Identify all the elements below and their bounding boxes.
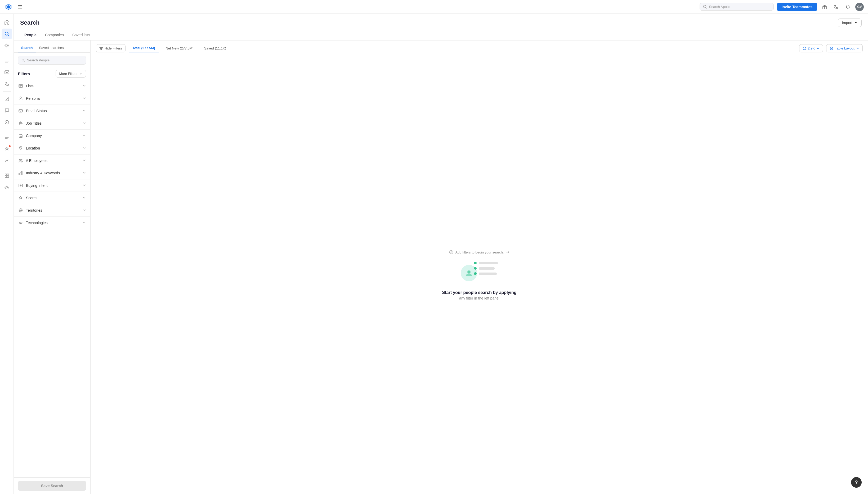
leftnav-item-emails[interactable]	[2, 67, 12, 77]
filter-panel-footer: Save Search	[14, 477, 90, 494]
help-button[interactable]: ?	[851, 477, 862, 488]
filter-item-technologies[interactable]: Technologies	[14, 216, 90, 229]
chevron-down-icon	[82, 221, 86, 225]
search-area: Search Saved searches Filters More F	[14, 40, 868, 494]
filter-label-buying-intent: Buying Intent	[26, 183, 48, 188]
intent-icon	[18, 183, 23, 188]
industry-icon	[18, 170, 23, 176]
filter-tab-search[interactable]: Search	[18, 44, 36, 52]
filter-label-territories: Territories	[26, 208, 42, 212]
svg-rect-12	[5, 176, 7, 177]
filter-label-employees: # Employees	[26, 158, 48, 163]
result-lines	[474, 262, 498, 275]
leftnav-divider-4	[3, 168, 11, 168]
results-toolbar: Hide Filters Total (277.5M) Net New (277…	[91, 40, 868, 56]
leftnav-item-sequences[interactable]	[2, 55, 12, 66]
leftnav-item-settings[interactable]	[2, 182, 12, 193]
page-tab-companies[interactable]: Companies	[41, 30, 68, 40]
leftnav-item-lists[interactable]	[2, 132, 12, 142]
scores-icon	[18, 195, 23, 201]
leftnav-item-calls[interactable]	[2, 79, 12, 89]
svg-rect-19	[19, 84, 22, 88]
enrichment-dot	[9, 145, 11, 147]
filter-item-industry-keywords[interactable]: Industry & Keywords	[14, 167, 90, 179]
app-logo[interactable]	[4, 3, 13, 11]
filter-label-industry-keywords: Industry & Keywords	[26, 171, 60, 175]
avatar[interactable]: GV	[855, 3, 864, 11]
result-tab-total[interactable]: Total (277.5M)	[129, 44, 159, 52]
svg-point-14	[6, 187, 8, 188]
result-tab-net-new[interactable]: Net New (277.5M)	[162, 44, 197, 52]
bell-icon[interactable]	[844, 3, 852, 11]
filter-item-email-status[interactable]: Email Status	[14, 104, 90, 117]
svg-rect-17	[80, 74, 82, 74]
filter-item-territories[interactable]: Territories	[14, 204, 90, 216]
svg-point-9	[5, 120, 9, 124]
filter-label-persona: Persona	[26, 96, 40, 100]
page-tab-people[interactable]: People	[20, 30, 41, 40]
company-icon	[18, 133, 23, 138]
page-tab-saved-lists[interactable]: Saved lists	[68, 30, 94, 40]
import-button[interactable]: Import	[838, 19, 862, 27]
credits-button[interactable]: 2.9K	[799, 44, 823, 52]
filter-tab-saved-searches[interactable]: Saved searches	[36, 44, 67, 52]
search-apollo-placeholder: Search Apollo	[709, 5, 730, 9]
filter-label-location: Location	[26, 146, 40, 150]
chevron-down-icon	[82, 96, 86, 101]
territories-icon	[18, 208, 23, 213]
filter-item-employees[interactable]: # Employees	[14, 154, 90, 167]
leftnav-item-account-lists[interactable]	[2, 170, 12, 181]
svg-point-20	[20, 97, 21, 98]
filter-item-scores[interactable]: Scores	[14, 192, 90, 204]
leftnav-item-home[interactable]	[2, 17, 12, 27]
leftnav-item-search[interactable]	[2, 28, 12, 39]
invite-teammates-button[interactable]: Invite Teammates	[777, 3, 817, 11]
svg-point-6	[6, 45, 8, 46]
tech-icon	[18, 220, 23, 225]
svg-rect-0	[18, 5, 22, 6]
leftnav-divider-2	[3, 91, 11, 92]
filter-item-buying-intent[interactable]: Buying Intent	[14, 179, 90, 192]
sidebar-toggle-button[interactable]	[16, 3, 24, 11]
location-icon	[18, 146, 23, 151]
empty-state-title: Start your people search by applying	[442, 290, 517, 295]
leftnav-item-deals[interactable]	[2, 117, 12, 128]
table-layout-button[interactable]: Table Layout	[826, 44, 863, 52]
leftnav-item-enrichment[interactable]	[2, 144, 12, 154]
leftnav-divider	[3, 53, 11, 53]
filter-item-persona[interactable]: Persona	[14, 92, 90, 104]
filter-item-company[interactable]: Company	[14, 129, 90, 142]
leftnav-item-analytics[interactable]	[2, 155, 12, 166]
svg-rect-13	[7, 176, 9, 177]
svg-rect-7	[5, 71, 9, 74]
hide-filters-button[interactable]: Hide Filters	[96, 44, 126, 52]
empty-state-text: Start your people search by applying any…	[442, 290, 517, 300]
page-header-top: Search Import	[20, 19, 862, 27]
filters-title: Filters	[18, 72, 30, 76]
save-search-button[interactable]: Save Search	[18, 481, 86, 491]
search-people-container[interactable]	[18, 56, 86, 64]
filter-label-email-status: Email Status	[26, 109, 47, 113]
email-icon	[18, 108, 23, 114]
phone-icon[interactable]	[832, 3, 841, 11]
search-people-input[interactable]	[27, 58, 82, 62]
chevron-down-icon	[82, 171, 86, 175]
page-tabs: People Companies Saved lists	[20, 30, 862, 40]
leftnav-item-tasks[interactable]	[2, 94, 12, 104]
more-filters-button[interactable]: More Filters	[56, 70, 86, 77]
chevron-down-icon	[82, 109, 86, 113]
svg-rect-10	[5, 174, 7, 175]
chevron-down-icon	[82, 134, 86, 138]
filter-item-lists[interactable]: Lists	[14, 80, 90, 92]
leftnav-item-engage[interactable]	[2, 40, 12, 51]
chevron-down-icon	[82, 121, 86, 126]
gift-icon[interactable]	[820, 3, 829, 11]
svg-rect-2	[18, 8, 22, 8]
results-content: Add filters to begin your search.	[91, 56, 868, 494]
result-tab-saved[interactable]: Saved (11.1K)	[200, 44, 230, 52]
leftnav-item-conversations[interactable]	[2, 105, 12, 116]
filter-item-job-titles[interactable]: Job Titles	[14, 117, 90, 129]
search-apollo-input[interactable]: Search Apollo	[700, 3, 774, 11]
filter-item-location[interactable]: Location	[14, 142, 90, 154]
filter-tabs: Search Saved searches	[14, 40, 90, 53]
